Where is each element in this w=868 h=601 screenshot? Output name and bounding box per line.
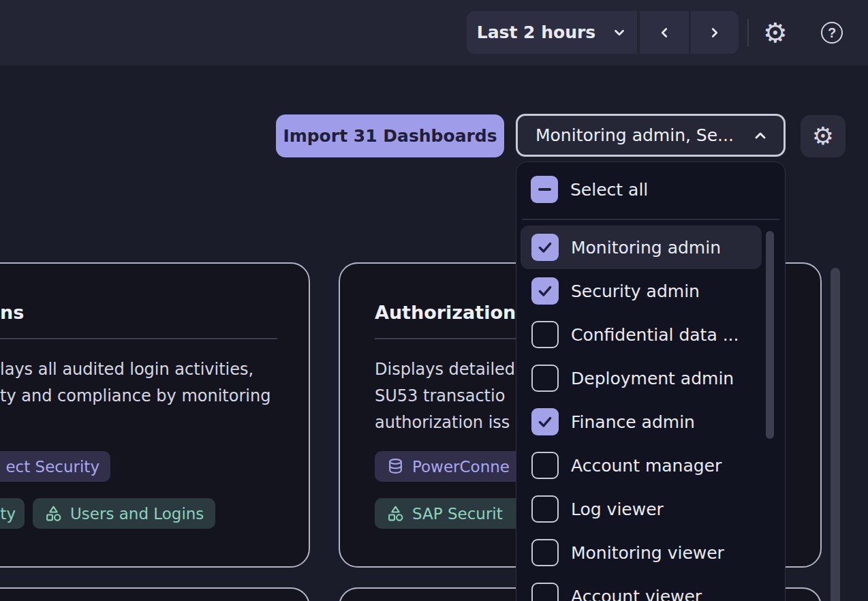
card-title: ns bbox=[0, 302, 24, 323]
card-description: lays all audited login activities, ty an… bbox=[0, 356, 270, 410]
database-icon bbox=[386, 457, 405, 476]
option-deployment-admin[interactable]: Deployment admin bbox=[521, 356, 762, 400]
checkbox[interactable] bbox=[531, 583, 559, 601]
card-title: Authorization bbox=[375, 302, 516, 323]
option-account-manager[interactable]: Account manager bbox=[521, 444, 762, 487]
tag-users-and-logins[interactable]: Users and Logins bbox=[33, 498, 215, 529]
time-back-button[interactable] bbox=[640, 11, 689, 54]
roles-multiselect-value: Monitoring admin, Se... bbox=[536, 125, 734, 145]
dashboard-settings-button[interactable]: ⚙ bbox=[801, 115, 846, 157]
option-confidential-data[interactable]: Confidential data ... bbox=[521, 313, 762, 356]
option-account-viewer[interactable]: Account viewer bbox=[521, 574, 762, 601]
checkbox[interactable] bbox=[531, 365, 559, 392]
time-range-group: Last 2 hours bbox=[467, 11, 739, 54]
checkbox[interactable] bbox=[531, 495, 559, 523]
roles-option-list: Monitoring admin Security admin Confiden… bbox=[521, 226, 762, 601]
time-range-button[interactable]: Last 2 hours bbox=[467, 11, 637, 54]
card-title-divider bbox=[0, 338, 277, 339]
checkbox[interactable] bbox=[531, 452, 559, 479]
chevron-up-icon bbox=[752, 127, 769, 144]
checkbox[interactable] bbox=[531, 539, 559, 566]
select-all-label: Select all bbox=[570, 180, 648, 200]
chevron-down-icon bbox=[612, 25, 627, 40]
gear-icon: ⚙ bbox=[812, 122, 834, 151]
checkbox[interactable] bbox=[531, 277, 559, 305]
shapes-icon bbox=[386, 504, 405, 523]
dropdown-scrollbar[interactable] bbox=[766, 231, 774, 439]
chevron-left-icon bbox=[657, 25, 672, 40]
checkbox[interactable] bbox=[531, 321, 559, 348]
topbar-divider bbox=[747, 19, 749, 46]
import-dashboards-button[interactable]: Import 31 Dashboards bbox=[276, 114, 504, 157]
option-log-viewer[interactable]: Log viewer bbox=[521, 487, 762, 531]
option-monitoring-viewer[interactable]: Monitoring viewer bbox=[521, 531, 762, 574]
app-root: Last 2 hours ⚙ ? Import 31 Dashboards Mo… bbox=[0, 0, 868, 601]
indeterminate-dash-icon bbox=[538, 188, 551, 191]
select-all-checkbox[interactable] bbox=[531, 176, 558, 203]
roles-dropdown-panel: Select all Monitoring admin Security adm… bbox=[516, 161, 786, 601]
option-security-admin[interactable]: Security admin bbox=[521, 269, 762, 313]
dropdown-divider bbox=[522, 219, 779, 220]
tag-sap-security-truncated[interactable]: ty bbox=[0, 498, 25, 529]
page-scrollbar[interactable] bbox=[831, 268, 840, 601]
card-description: Displays detailed SU53 transactio author… bbox=[375, 356, 515, 436]
checkbox[interactable] bbox=[531, 234, 559, 261]
topbar: Last 2 hours ⚙ ? bbox=[0, 0, 868, 65]
checkbox[interactable] bbox=[531, 408, 559, 435]
tag-security[interactable]: ect Security bbox=[0, 451, 110, 482]
time-range-label: Last 2 hours bbox=[477, 22, 595, 42]
settings-icon[interactable]: ⚙ bbox=[763, 15, 788, 50]
roles-multiselect-trigger[interactable]: Monitoring admin, Se... bbox=[516, 114, 786, 157]
select-all-option[interactable]: Select all bbox=[531, 176, 648, 203]
option-finance-admin[interactable]: Finance admin bbox=[521, 400, 762, 444]
dashboard-card-next-row-left[interactable] bbox=[0, 587, 310, 601]
time-forward-button[interactable] bbox=[691, 11, 739, 54]
chevron-right-icon bbox=[707, 25, 722, 40]
help-icon[interactable]: ? bbox=[821, 22, 843, 44]
card-title-divider bbox=[375, 338, 533, 339]
option-monitoring-admin[interactable]: Monitoring admin bbox=[521, 226, 762, 269]
shapes-icon bbox=[44, 504, 63, 523]
